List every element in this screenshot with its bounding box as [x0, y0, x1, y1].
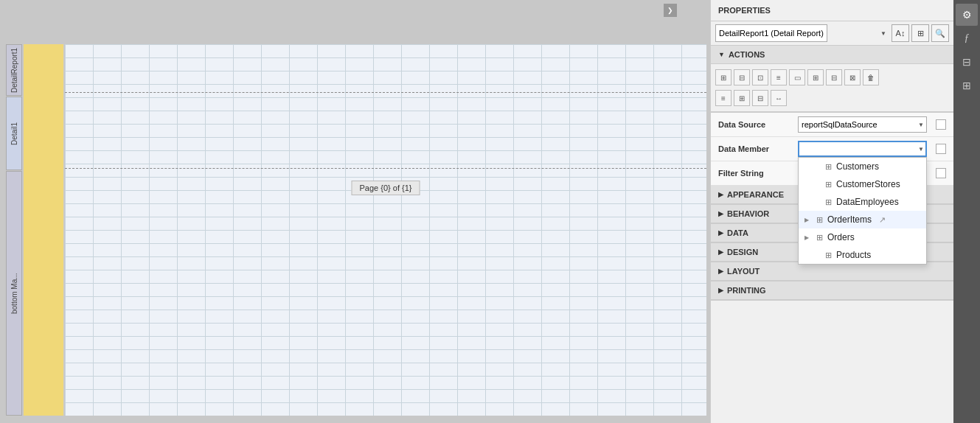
action-icon-7[interactable]: ⊟	[826, 69, 842, 85]
dropdown-item-orderitems[interactable]: ▶ ⊞ OrderItems ↗	[799, 211, 926, 228]
data-source-label: Data Source	[718, 120, 792, 129]
sidebar-hierarchy-icon[interactable]: ⊞	[956, 74, 978, 97]
search-button[interactable]: 🔍	[931, 24, 949, 42]
sidebar-function-icon[interactable]: ƒ	[956, 27, 978, 49]
data-member-checkbox[interactable]	[936, 144, 946, 154]
grid-area: Page {0} of {1}	[65, 44, 706, 416]
printing-header[interactable]: ▶ PRINTING	[711, 282, 953, 300]
toolbar-row: DetailReport1 (Detail Report) A↕ ⊞ 🔍	[711, 21, 953, 46]
actions-header[interactable]: ▼ ACTIONS	[711, 46, 953, 64]
data-member-label: Data Member	[718, 144, 792, 153]
dropdown-item-customerstores[interactable]: ⊞ CustomerStores	[799, 175, 926, 193]
band-label-detail1: Detail1	[6, 97, 22, 170]
data-source-dropdown[interactable]: reportSqlDataSource	[798, 116, 927, 133]
canvas-area: ❯ DetailReport1 Detail1 bottom Ma... Pag…	[0, 0, 710, 423]
action-icon-8[interactable]: ⊠	[844, 69, 861, 85]
dropdown-item-customers[interactable]: ⊞ Customers	[799, 158, 926, 175]
action-icon-6[interactable]: ⊞	[807, 69, 824, 85]
filter-string-checkbox[interactable]	[936, 168, 946, 178]
yellow-strip	[24, 44, 64, 416]
dropdown-item-dataemployees[interactable]: ⊞ DataEmployees	[799, 193, 926, 211]
report-dropdown-wrapper: DetailReport1 (Detail Report)	[715, 24, 889, 42]
action-icon-3[interactable]: ⊡	[752, 69, 768, 85]
collapse-panel-button[interactable]: ❯	[664, 4, 677, 17]
action-icon-9[interactable]: ≡	[715, 90, 731, 106]
band-labels: DetailReport1 Detail1 bottom Ma...	[6, 44, 22, 416]
layout-header[interactable]: ▶ LAYOUT	[711, 262, 953, 281]
band-label-detailreport1: DetailReport1	[6, 44, 22, 96]
action-icon-4[interactable]: ≡	[771, 69, 787, 85]
dropdown-item-products[interactable]: ⊞ Products	[799, 246, 926, 264]
grid-view-button[interactable]: ⊞	[911, 24, 929, 42]
layout-section: ▶ LAYOUT	[711, 262, 953, 282]
top-dashed-line	[65, 92, 706, 93]
action-icon-2[interactable]: ⊟	[734, 69, 750, 85]
data-source-value-wrapper: reportSqlDataSource	[798, 116, 927, 133]
bottom-dashed-line	[65, 168, 706, 169]
printing-section: ▶ PRINTING	[711, 282, 953, 301]
actions-icons-area: ⊞ ⊟ ⊡ ≡ ▭ ⊞ ⊟ ⊠ 🗑 ≡ ⊞ ⊟ ↔	[711, 64, 953, 112]
sidebar-database-icon[interactable]: ⊟	[956, 51, 978, 73]
page-label: Page {0} of {1}	[352, 181, 420, 195]
dropdown-item-orders[interactable]: ▶ ⊞ Orders	[799, 228, 926, 246]
actions-row-2: ≡ ⊞ ⊟ ↔	[715, 88, 949, 108]
grid-lines	[65, 44, 706, 416]
data-source-checkbox[interactable]	[936, 119, 946, 130]
action-icon-5[interactable]: ▭	[789, 69, 805, 85]
properties-header: PROPERTIES	[711, 0, 953, 21]
right-sidebar: ⚙ ƒ ⊟ ⊞	[953, 0, 980, 423]
properties-body: Data Source reportSqlDataSource Data Mem…	[711, 113, 953, 186]
report-dropdown[interactable]: DetailReport1 (Detail Report)	[715, 24, 827, 42]
filter-string-label: Filter String	[718, 169, 792, 178]
data-member-value-wrapper: ⊞ Customers ⊞ CustomerStores ⊞ DataEmplo…	[798, 141, 927, 157]
band-label-bottom: bottom Ma...	[6, 171, 22, 416]
action-icon-delete[interactable]: 🗑	[863, 69, 879, 85]
properties-panel: PROPERTIES DetailReport1 (Detail Report)…	[710, 0, 953, 423]
action-icon-11[interactable]: ⊟	[752, 90, 768, 106]
actions-row-1: ⊞ ⊟ ⊡ ≡ ▭ ⊞ ⊟ ⊠ 🗑	[715, 67, 949, 88]
sidebar-gear-icon[interactable]: ⚙	[956, 4, 978, 26]
actions-section: ▼ ACTIONS ⊞ ⊟ ⊡ ≡ ▭ ⊞ ⊟ ⊠ 🗑 ≡ ⊞ ⊟ ↔	[711, 46, 953, 113]
action-icon-10[interactable]: ⊞	[734, 90, 750, 106]
data-member-row: Data Member ⊞ Customers ⊞ CustomerStores	[711, 137, 953, 161]
data-source-row: Data Source reportSqlDataSource	[711, 113, 953, 137]
sort-button[interactable]: A↕	[892, 24, 909, 42]
action-icon-12[interactable]: ↔	[771, 90, 787, 106]
action-icon-1[interactable]: ⊞	[715, 69, 731, 85]
data-member-dropdown: ⊞ Customers ⊞ CustomerStores ⊞ DataEmplo…	[798, 157, 927, 265]
data-member-input[interactable]	[798, 141, 927, 157]
